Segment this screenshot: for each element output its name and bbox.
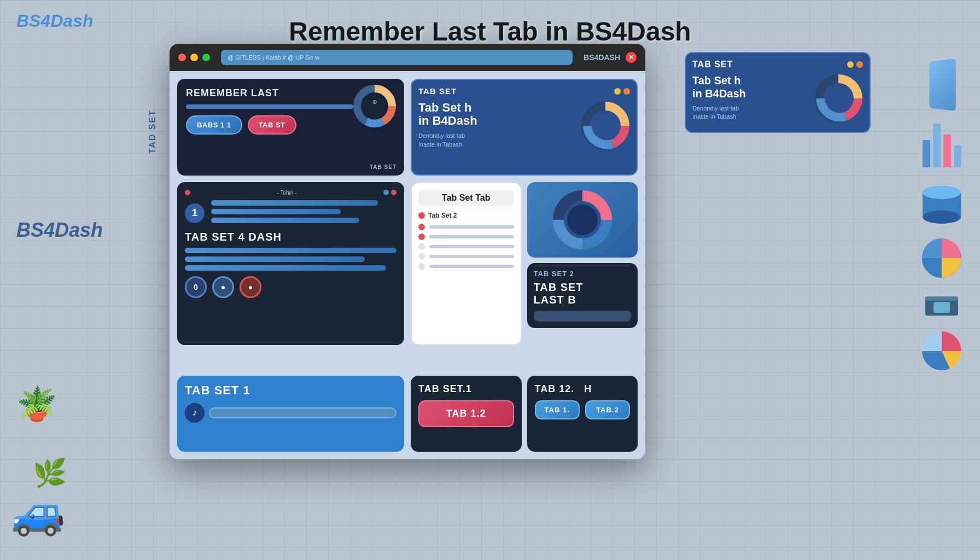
svg-point-2 (923, 211, 961, 224)
tabset-title-label: TAB SET (418, 86, 457, 96)
tab12-button[interactable]: TAB 1.2 (418, 400, 514, 427)
cylinder-chart (920, 182, 964, 228)
circle-btn-0[interactable]: 0 (185, 276, 207, 298)
tab-st-button[interactable]: TAB ST (248, 115, 296, 135)
traffic-lights (178, 54, 210, 61)
tabset-donut-chart (581, 101, 630, 150)
tab-list-item-4 (418, 253, 514, 260)
remember-progress-bar (186, 104, 353, 109)
tab2-button[interactable]: TAB.2 (585, 400, 630, 419)
iso-box-1 (929, 59, 955, 111)
slider-bar-6[interactable] (185, 265, 386, 271)
tab-set-outer-title: Tab Set hin B4Dash (692, 74, 807, 100)
traffic-dot-red[interactable] (178, 54, 186, 61)
tab-set-outer-header: TAB SET (692, 60, 863, 69)
tabset4dash-content: 1 (185, 200, 396, 226)
tab-dot-gray-1 (418, 243, 425, 250)
logo-topleft: BS4Dash (16, 11, 94, 31)
tad-set-label: TAD SET (148, 109, 158, 154)
tab12-right-title: TAB 12. H (535, 383, 631, 395)
panel-dot-red (185, 190, 190, 195)
tab-list-item-2 (418, 234, 514, 240)
outer-dot-orange (856, 61, 863, 68)
iso-bar-chart (923, 124, 961, 167)
outer-dot-yellow (847, 61, 854, 68)
tab-set-outer-content: Tab Set hin B4Dash Denondly last tabInas… (692, 74, 863, 125)
dot-yellow (614, 88, 621, 95)
slider-bar-5[interactable] (185, 256, 365, 262)
tab-set-header-panel: TAB SET Tab Set hin B4Dash Denondly last… (411, 79, 638, 176)
traffic-dot-green[interactable] (202, 54, 210, 61)
tabset-text: Tab Set hin B4Dash Denondly last tabInas… (418, 101, 574, 149)
svg-rect-7 (934, 302, 950, 313)
svg-point-17 (826, 86, 850, 110)
tab-list-item-3 (418, 243, 514, 250)
dot-red-small (391, 190, 396, 195)
tab-list-item-1 (418, 224, 514, 230)
slider-bar-1[interactable] (211, 200, 378, 206)
tabset2-input[interactable] (534, 311, 632, 322)
right-col-2: Tab Set Tab Tab Set 2 (411, 182, 638, 346)
disk-icon (923, 291, 961, 320)
music-icon: ♪ (185, 403, 205, 423)
slider-bar-4[interactable] (185, 248, 396, 253)
tab-dot-gray-3 (418, 263, 425, 270)
dot-orange (623, 88, 630, 95)
tab-set-outer-label: TAB SET (692, 60, 733, 69)
svg-point-13 (593, 114, 617, 138)
svg-rect-6 (925, 296, 958, 301)
tabset1-progress-bar[interactable] (209, 407, 396, 418)
slider-bar-2[interactable] (211, 209, 341, 214)
content-area: REMEMBER LAST BABS 1 1 TAB ST ① TAB SET (170, 71, 645, 459)
tabset2-label: TAB SET 2 (534, 270, 632, 278)
plant-icon-1: 🪴 (16, 384, 57, 423)
traffic-dot-yellow[interactable] (190, 54, 198, 61)
circle-buttons-row: 0 ● ● (185, 276, 396, 298)
tabset4dash-title: TAB SET 4 DASH (185, 231, 396, 243)
tab2-dot (418, 212, 425, 219)
tabsettab-title: Tab Set Tab (418, 190, 514, 206)
tabset-main-title: Tab Set hin B4Dash (418, 101, 574, 127)
tab-set-1-mid-panel: TAB SET.1 TAB 1.2 (411, 376, 522, 452)
tab-dot-red-1 (418, 224, 425, 230)
tab12-buttons-row: TAB 1. TAB.2 (535, 400, 631, 419)
donut-panel (527, 182, 638, 258)
tab-bar-4 (429, 255, 514, 258)
panel-dots-row: - Tohin - (185, 190, 396, 196)
browser-url-bar[interactable]: @ GITLESS | Kalab # @ UP Ge w (221, 50, 573, 65)
browser-window: @ GITLESS | Kalab # @ UP Ge w BS4DASH ✕ … (170, 44, 645, 459)
right-decorations (920, 60, 964, 375)
right-col-2-right: TAB SET 2 TAB SETLAST B (527, 182, 638, 346)
number-badge: 1 (185, 203, 205, 223)
bs4dash-mid-label: BS4Dash (16, 219, 103, 242)
tab-dot-red-2 (418, 234, 425, 240)
slider-group (211, 200, 396, 226)
slider-bar-3[interactable] (211, 218, 359, 223)
tab1-button[interactable]: TAB 1. (535, 400, 580, 419)
car-icon: 🚙 (11, 487, 66, 538)
circle-btn-red[interactable]: ● (240, 276, 261, 298)
remember-donut-chart: ① (353, 84, 396, 130)
tab-list-item-5 (418, 263, 514, 270)
tabset1-bottom-title: TAB SET 1 (185, 383, 396, 398)
pie-chart-2 (920, 329, 964, 375)
tabset-window-dots (614, 88, 630, 95)
tabset2-title: TAB SETLAST B (534, 281, 632, 306)
tab-buttons-panel (411, 352, 638, 369)
circle-btn-mid[interactable]: ● (212, 276, 234, 298)
tab-list-items (418, 224, 514, 270)
slider-group-bottom (185, 248, 396, 271)
svg-point-15 (567, 205, 598, 235)
browser-close-button[interactable]: ✕ (626, 52, 637, 63)
dot-blue-small (383, 190, 389, 195)
tabset-content-area: Tab Set hin B4Dash Denondly last tabInas… (418, 101, 630, 150)
tab-set-1-bottom-panel: TAB SET 1 ♪ (177, 376, 404, 452)
tabset-header-top: TAB SET (418, 86, 630, 96)
tabset1-input-row: ♪ (185, 403, 396, 423)
main-title: Remember Last Tab in BS4Dash (289, 16, 691, 46)
browser-brand: BS4DASH (584, 53, 620, 62)
tab-set-outer-text: Tab Set hin B4Dash Denondly last tabInas… (692, 74, 807, 121)
tabset-subtitle: Denondly last tabInaste in Tabash (418, 132, 574, 149)
tab-set-tab-panel: Tab Set Tab Tab Set 2 (411, 182, 522, 346)
tab-set-4-dash-panel: - Tohin - 1 TAB SET 4 DASH (177, 182, 404, 346)
